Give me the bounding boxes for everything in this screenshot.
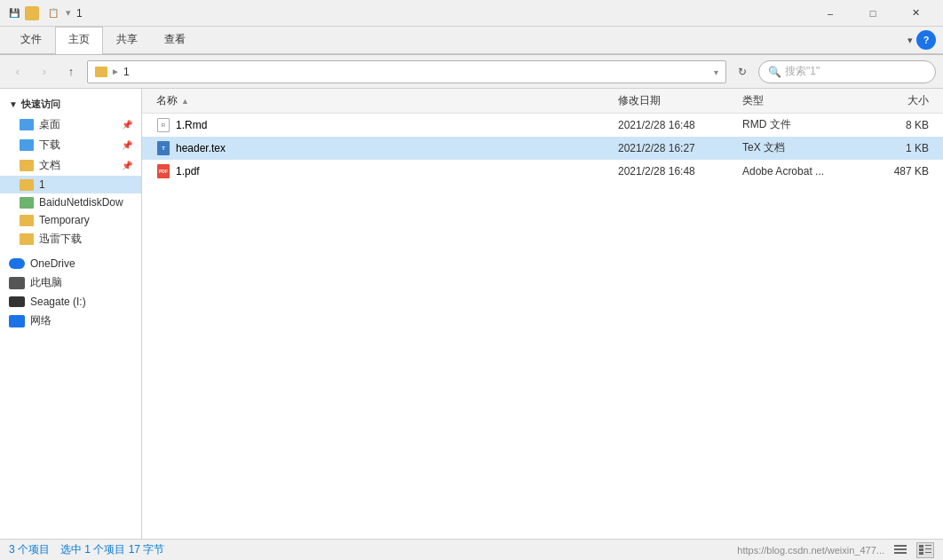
list-view-button[interactable] bbox=[891, 542, 909, 558]
file-size-tex: 1 KB bbox=[858, 142, 929, 154]
address-chevron: ► bbox=[111, 67, 120, 76]
sidebar-item-network[interactable]: 网络 bbox=[0, 311, 141, 331]
toolbar: ‹ › ↑ ► 1 ▾ ↻ 🔍 搜索"1" bbox=[0, 55, 943, 89]
status-left: 3 个项目 选中 1 个项目 17 字节 bbox=[9, 542, 164, 557]
sidebar-item-seagate[interactable]: Seagate (I:) bbox=[0, 293, 141, 311]
file-type-tex: TeX 文档 bbox=[742, 140, 858, 155]
quick-access-header[interactable]: ▼ 快速访问 bbox=[0, 94, 141, 114]
sidebar-item-1-label: 1 bbox=[39, 178, 45, 191]
pin-icon-downloads: 📌 bbox=[122, 140, 132, 150]
file-name-tex: header.tex bbox=[176, 142, 618, 154]
list-view-icon bbox=[894, 544, 907, 556]
file-list: 名称 ▲ 修改日期 类型 大小 R 1.Rmd 2021/2/28 16:48 … bbox=[142, 89, 943, 539]
sidebar-item-downloads[interactable]: 下载 📌 bbox=[0, 135, 141, 155]
window-controls: – □ ✕ bbox=[810, 0, 936, 27]
file-list-header: 名称 ▲ 修改日期 类型 大小 bbox=[142, 89, 943, 114]
tex-file-icon: T bbox=[156, 141, 170, 155]
svg-rect-2 bbox=[894, 552, 907, 554]
folder-icon bbox=[25, 6, 39, 20]
file-name-pdf: 1.pdf bbox=[176, 165, 618, 177]
refresh-button[interactable]: ↻ bbox=[732, 61, 753, 83]
sidebar-item-baidu[interactable]: BaiduNetdiskDow bbox=[0, 193, 141, 211]
quick-access-chevron: ▼ bbox=[9, 99, 18, 109]
file-name-rmd: 1.Rmd bbox=[176, 119, 618, 131]
status-right: https://blog.csdn.net/weixin_477... bbox=[737, 542, 934, 558]
network-label: 网络 bbox=[30, 313, 52, 328]
file-date-tex: 2021/2/28 16:27 bbox=[618, 142, 742, 154]
tab-share[interactable]: 共享 bbox=[103, 27, 151, 54]
sidebar-item-desktop-label: 桌面 bbox=[39, 117, 60, 132]
baidu-folder-icon bbox=[20, 197, 34, 209]
ribbon-collapse-btn[interactable]: ▾ bbox=[907, 35, 913, 46]
status-bar: 3 个项目 选中 1 个项目 17 字节 https://blog.csdn.n… bbox=[0, 539, 943, 560]
tab-view[interactable]: 查看 bbox=[151, 27, 199, 54]
col-header-size[interactable]: 大小 bbox=[858, 93, 929, 108]
tab-home[interactable]: 主页 bbox=[55, 27, 103, 54]
close-button[interactable]: ✕ bbox=[895, 0, 936, 27]
xunlei-folder-icon bbox=[20, 233, 34, 245]
pin-icon-documents: 📌 bbox=[122, 161, 132, 170]
svg-rect-7 bbox=[919, 552, 923, 555]
documents-folder-icon bbox=[20, 160, 34, 171]
svg-rect-0 bbox=[894, 545, 907, 547]
minimize-button[interactable]: – bbox=[810, 0, 851, 27]
sidebar-item-xunlei-label: 迅雷下载 bbox=[39, 232, 82, 247]
svg-rect-1 bbox=[894, 548, 907, 550]
address-folder-icon bbox=[95, 67, 107, 77]
status-link: https://blog.csdn.net/weixin_477... bbox=[737, 545, 884, 556]
network-icon bbox=[9, 315, 25, 327]
col-header-name[interactable]: 名称 ▲ bbox=[156, 93, 618, 108]
selected-info: 选中 1 个项目 17 字节 bbox=[60, 542, 164, 557]
address-dropdown[interactable]: ▾ bbox=[714, 66, 718, 78]
file-row-rmd[interactable]: R 1.Rmd 2021/2/28 16:48 RMD 文件 8 KB bbox=[142, 114, 943, 137]
onedrive-icon bbox=[9, 258, 25, 269]
save-icon[interactable]: 💾 bbox=[7, 6, 21, 20]
tab-file[interactable]: 文件 bbox=[7, 27, 55, 54]
detail-view-icon bbox=[919, 544, 931, 556]
file-type-rmd: RMD 文件 bbox=[742, 117, 858, 132]
seagate-label: Seagate (I:) bbox=[30, 296, 86, 308]
sidebar-item-documents-label: 文档 bbox=[39, 158, 60, 173]
file-row-tex[interactable]: T header.tex 2021/2/28 16:27 TeX 文档 1 KB bbox=[142, 137, 943, 160]
maximize-button[interactable]: □ bbox=[852, 0, 893, 27]
forward-button[interactable]: › bbox=[34, 61, 55, 83]
col-header-type[interactable]: 类型 bbox=[742, 93, 858, 108]
file-size-rmd: 8 KB bbox=[858, 119, 929, 131]
ribbon: 文件 主页 共享 查看 ▾ ? bbox=[0, 27, 943, 55]
sidebar-item-onedrive[interactable]: OneDrive bbox=[0, 255, 141, 272]
main-area: ▼ 快速访问 桌面 📌 下载 📌 文档 📌 1 BaiduNetdiskDow bbox=[0, 89, 943, 539]
file-type-pdf: Adobe Acrobat ... bbox=[742, 165, 858, 177]
dropdown-arrow[interactable]: ▾ bbox=[66, 7, 71, 19]
sidebar-item-temporary[interactable]: Temporary bbox=[0, 211, 141, 229]
sidebar-item-desktop[interactable]: 桌面 📌 bbox=[0, 114, 141, 135]
sidebar-item-xunlei[interactable]: 迅雷下载 bbox=[0, 229, 141, 249]
search-placeholder: 搜索"1" bbox=[785, 64, 820, 79]
col-header-date[interactable]: 修改日期 bbox=[618, 93, 742, 108]
pc-label: 此电脑 bbox=[30, 275, 62, 290]
sidebar-item-1[interactable]: 1 bbox=[0, 176, 141, 193]
address-path: 1 bbox=[123, 66, 130, 78]
detail-view-button[interactable] bbox=[916, 542, 934, 558]
back-button[interactable]: ‹ bbox=[7, 61, 28, 83]
help-button[interactable]: ? bbox=[916, 30, 936, 50]
sidebar-item-temporary-label: Temporary bbox=[39, 214, 90, 226]
sidebar-item-downloads-label: 下载 bbox=[39, 138, 60, 153]
file-list-empty-area[interactable] bbox=[142, 183, 943, 539]
up-button[interactable]: ↑ bbox=[60, 61, 82, 83]
ribbon-tabs: 文件 主页 共享 查看 ▾ ? bbox=[0, 27, 943, 54]
properties-icon[interactable]: 📋 bbox=[46, 6, 60, 20]
file-row-pdf[interactable]: PDF 1.pdf 2021/2/28 16:48 Adobe Acrobat … bbox=[142, 160, 943, 183]
pin-icon-desktop: 📌 bbox=[122, 120, 132, 130]
onedrive-label: OneDrive bbox=[30, 257, 75, 270]
address-bar[interactable]: ► 1 ▾ bbox=[87, 60, 726, 83]
file-date-rmd: 2021/2/28 16:48 bbox=[618, 119, 742, 131]
sidebar-item-documents[interactable]: 文档 📌 bbox=[0, 155, 141, 176]
search-icon: 🔍 bbox=[768, 66, 781, 78]
temporary-folder-icon bbox=[20, 215, 34, 226]
sidebar-item-pc[interactable]: 此电脑 bbox=[0, 272, 141, 293]
svg-rect-4 bbox=[925, 545, 931, 546]
pc-icon bbox=[9, 277, 25, 289]
search-bar[interactable]: 🔍 搜索"1" bbox=[758, 60, 936, 83]
svg-rect-5 bbox=[919, 548, 923, 551]
pdf-file-icon: PDF bbox=[156, 164, 170, 178]
